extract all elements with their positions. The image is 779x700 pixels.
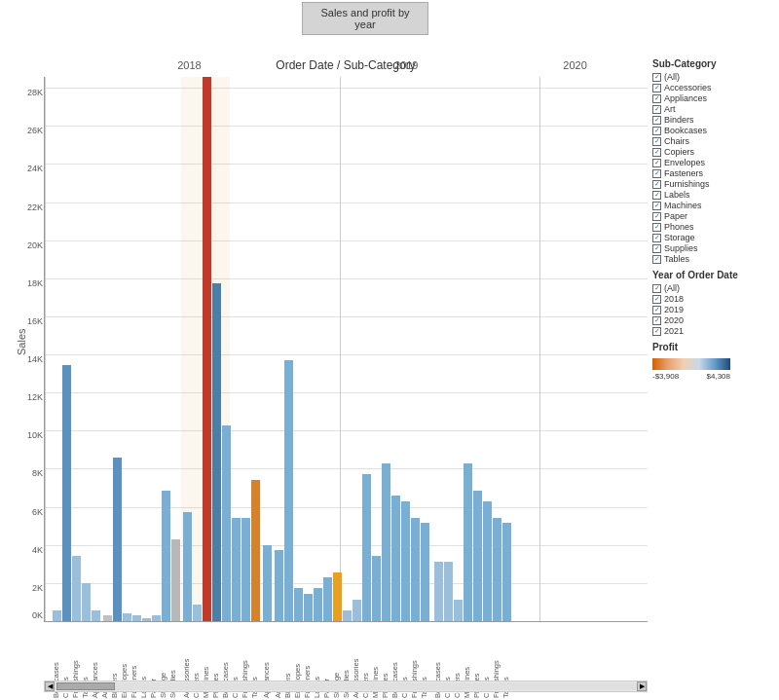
bar-tables2-2018[interactable] <box>251 480 260 621</box>
legend-item-chairs[interactable]: ✓ Chairs <box>652 136 774 146</box>
checkbox-chairs[interactable]: ✓ <box>652 137 661 146</box>
legend-year-2018[interactable]: ✓ 2018 <box>652 294 774 304</box>
checkbox-year-2018[interactable]: ✓ <box>652 295 661 304</box>
scrollbar-thumb[interactable] <box>56 682 115 690</box>
horizontal-scrollbar[interactable]: ◀ ▶ <box>44 681 648 692</box>
legend-label-appliances: Appliances <box>664 93 707 103</box>
legend-item-supplies[interactable]: ✓ Supplies <box>652 243 774 253</box>
legend-label-fasteners: Fasteners <box>664 168 703 178</box>
xlabel-furnishings-2: Furnishings <box>241 660 249 698</box>
checkbox-envelopes[interactable]: ✓ <box>652 159 661 167</box>
legend-item-envelopes[interactable]: ✓ Envelopes <box>652 158 774 167</box>
bar-phones-2020[interactable] <box>473 491 482 621</box>
legend-item-accessories[interactable]: ✓ Accessories <box>652 83 774 92</box>
bar-tables-2019[interactable] <box>421 523 429 621</box>
bar-machines-2020[interactable] <box>464 463 472 621</box>
bar-binders-2019[interactable] <box>284 360 293 621</box>
legend-item-paper[interactable]: ✓ Paper <box>652 211 774 221</box>
bar-appliances-2019[interactable] <box>263 545 272 621</box>
bar-chairs-2019[interactable] <box>401 501 410 621</box>
checkbox-accessories[interactable]: ✓ <box>652 84 661 92</box>
bar-copiers-2018[interactable] <box>193 605 202 621</box>
bar-appliances-2018[interactable] <box>92 610 100 621</box>
bar-storage-2019[interactable] <box>333 572 342 621</box>
legend-item-machines[interactable]: ✓ Machines <box>652 201 774 210</box>
scroll-left-arrow[interactable]: ◀ <box>45 682 55 691</box>
legend-label-machines: Machines <box>664 201 702 210</box>
checkbox-phones[interactable]: ✓ <box>652 223 661 232</box>
legend-item-all[interactable]: ✓ (All) <box>652 72 774 82</box>
bar-chairs2-2018[interactable] <box>232 518 241 621</box>
legend-item-storage[interactable]: ✓ Storage <box>652 233 774 242</box>
checkbox-bookcases[interactable]: ✓ <box>652 127 661 135</box>
checkbox-fasteners[interactable]: ✓ <box>652 169 661 178</box>
legend-item-bookcases[interactable]: ✓ Bookcases <box>652 126 774 135</box>
bar-tables-2018[interactable] <box>82 583 91 621</box>
bar-accessories-2019[interactable] <box>352 600 361 621</box>
legend-item-tables[interactable]: ✓ Tables <box>652 254 774 264</box>
bar-furnishings2-2018[interactable] <box>241 518 250 621</box>
bar-chairs-2018[interactable] <box>62 365 71 621</box>
bar-accessories-2018[interactable] <box>183 512 192 621</box>
bar-bookcases-2018[interactable] <box>53 610 61 621</box>
checkbox-appliances[interactable]: ✓ <box>652 94 661 103</box>
legend-year-2019[interactable]: ✓ 2019 <box>652 305 774 314</box>
checkbox-year-all[interactable]: ✓ <box>652 284 661 293</box>
gridline-16k <box>45 316 648 317</box>
bar-envelopes-2019[interactable] <box>294 588 303 621</box>
checkbox-year-2019[interactable]: ✓ <box>652 306 661 314</box>
checkbox-all[interactable]: ✓ <box>652 73 661 82</box>
bar-storage-2018[interactable] <box>162 491 170 621</box>
legend-year-2020[interactable]: ✓ 2020 <box>652 315 774 325</box>
bar-copiers-2020[interactable] <box>454 600 463 621</box>
y-tick-22k: 22K <box>16 203 43 212</box>
scroll-right-arrow[interactable]: ▶ <box>637 682 647 691</box>
checkbox-year-2021[interactable]: ✓ <box>652 327 661 336</box>
bar-furnishings-2020[interactable] <box>493 518 501 621</box>
checkbox-copiers[interactable]: ✓ <box>652 148 661 157</box>
checkbox-binders[interactable]: ✓ <box>652 116 661 125</box>
checkbox-art[interactable]: ✓ <box>652 105 661 114</box>
checkbox-year-2020[interactable]: ✓ <box>652 316 661 325</box>
bar-supplies-2019[interactable] <box>343 610 352 621</box>
bar-tables-2020[interactable] <box>502 523 511 621</box>
bar-machines-2018[interactable] <box>203 77 211 621</box>
legend-item-binders[interactable]: ✓ Binders <box>652 115 774 125</box>
bar-supplies-2018[interactable] <box>171 539 180 621</box>
legend-item-labels[interactable]: ✓ Labels <box>652 190 774 200</box>
bar-furnishings-2018[interactable] <box>72 556 81 621</box>
bar-machines-2019[interactable] <box>372 556 381 621</box>
checkbox-machines[interactable]: ✓ <box>652 202 661 210</box>
xlabel-furnishings-1: Furnishings <box>71 660 80 698</box>
bar-bookcases-2020[interactable] <box>434 562 443 621</box>
checkbox-supplies[interactable]: ✓ <box>652 244 661 253</box>
bar-envelopes-2018[interactable] <box>123 613 131 621</box>
bar-bookcases-2019[interactable] <box>391 496 400 621</box>
legend-item-art[interactable]: ✓ Art <box>652 104 774 114</box>
legend-item-appliances[interactable]: ✓ Appliances <box>652 93 774 103</box>
scrollbar-track[interactable] <box>55 682 637 690</box>
checkbox-tables[interactable]: ✓ <box>652 255 661 264</box>
bar-fasteners-2019[interactable] <box>304 594 313 621</box>
legend-item-copiers[interactable]: ✓ Copiers <box>652 147 774 157</box>
bar-phones-2019[interactable] <box>382 463 390 621</box>
checkbox-paper[interactable]: ✓ <box>652 212 661 221</box>
bar-furnishings-2019[interactable] <box>411 518 420 621</box>
checkbox-labels[interactable]: ✓ <box>652 191 661 200</box>
checkbox-furnishings[interactable]: ✓ <box>652 180 661 189</box>
bar-bookcases2-2018[interactable] <box>222 425 231 621</box>
checkbox-storage[interactable]: ✓ <box>652 234 661 242</box>
bar-binders-2018[interactable] <box>113 458 122 621</box>
legend-item-phones[interactable]: ✓ Phones <box>652 222 774 232</box>
bar-paper-2019[interactable] <box>323 577 332 621</box>
legend-year-all[interactable]: ✓ (All) <box>652 283 774 293</box>
bar-art-2019[interactable] <box>275 550 283 621</box>
bar-phones-2018[interactable] <box>212 283 221 621</box>
legend-item-furnishings[interactable]: ✓ Furnishings <box>652 179 774 189</box>
bar-chairs2-2020[interactable] <box>483 501 492 621</box>
legend-item-fasteners[interactable]: ✓ Fasteners <box>652 168 774 178</box>
bar-chairs-2020[interactable] <box>444 562 453 621</box>
bar-labels-2019[interactable] <box>314 588 322 621</box>
legend-year-2021[interactable]: ✓ 2021 <box>652 326 774 336</box>
bar-copiers-2019[interactable] <box>362 474 371 621</box>
